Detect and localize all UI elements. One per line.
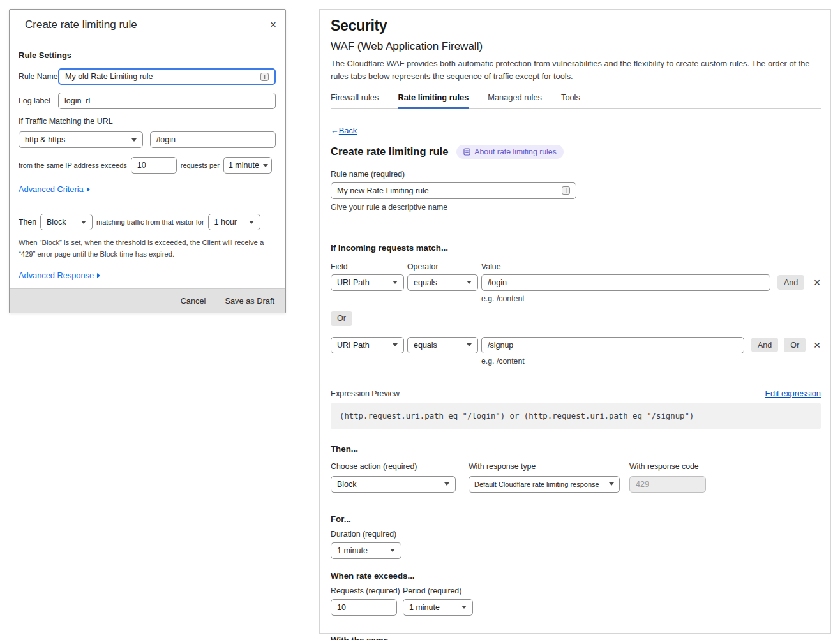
requests-value: 10: [137, 161, 146, 170]
action-value: Block: [337, 480, 357, 489]
create-rate-limiting-rule-dialog: Create rate limiting rule × Rule Setting…: [9, 9, 286, 313]
chevron-down-icon: [249, 221, 254, 224]
and-button[interactable]: And: [751, 338, 778, 352]
duration-select[interactable]: 1 minute: [331, 542, 401, 559]
value-text: /signup: [488, 341, 513, 350]
back-arrow-icon: ←: [331, 126, 339, 135]
field-select[interactable]: URI Path: [331, 337, 404, 353]
cancel-button[interactable]: Cancel: [181, 296, 206, 306]
advanced-criteria-link[interactable]: Advanced Criteria: [19, 184, 90, 194]
url-match-row: http & https /login: [19, 131, 276, 148]
field-value: URI Path: [337, 278, 370, 287]
chevron-down-icon: [81, 221, 86, 224]
for-heading: For...: [331, 514, 821, 524]
response-type-value: Default Cloudflare rate limiting respons…: [474, 480, 599, 488]
exceeds-text: from the same IP address exceeds: [19, 161, 127, 169]
response-type-select[interactable]: Default Cloudflare rate limiting respons…: [469, 476, 620, 493]
period-label: Period (required): [403, 586, 461, 595]
value-hint: e.g. /content: [481, 294, 821, 303]
chevron-down-icon: [131, 138, 137, 142]
page-title: Security: [331, 17, 821, 34]
edit-expression-link[interactable]: Edit expression: [765, 389, 821, 398]
scheme-value: http & https: [25, 135, 65, 144]
same-heading: With the same...: [331, 636, 821, 640]
operator-column-label: Operator: [407, 262, 481, 271]
expression-code: (http.request.uri.path eq "/login") or (…: [331, 403, 821, 429]
url-value: /login: [156, 135, 176, 144]
requests-value: 10: [337, 603, 346, 612]
tab-firewall-rules[interactable]: Firewall rules: [331, 93, 379, 109]
response-code-value: 429: [636, 480, 649, 489]
tab-tools[interactable]: Tools: [561, 93, 580, 109]
advanced-response-link[interactable]: Advanced Response: [19, 271, 100, 280]
period-select[interactable]: 1 minute: [223, 157, 272, 174]
rate-heading: When rate exceeds...: [331, 571, 821, 581]
rule-name-value: My new Rate Limiting rule: [337, 186, 429, 195]
rule-name-input[interactable]: My new Rate Limiting rule: [331, 182, 576, 199]
autofill-icon[interactable]: [562, 186, 570, 195]
value-input[interactable]: /signup: [481, 337, 744, 353]
arrow-right-icon: [97, 273, 100, 278]
waf-tabs: Firewall rules Rate limiting rules Manag…: [331, 93, 821, 109]
ban-duration-select[interactable]: 1 hour: [208, 214, 260, 230]
autofill-icon[interactable]: [260, 73, 269, 81]
page-description: The Cloudflare WAF provides both automat…: [331, 57, 823, 83]
rule-name-input[interactable]: My old Rate Limiting rule: [58, 68, 276, 85]
requests-label: Requests (required): [331, 586, 403, 595]
period-select[interactable]: 1 minute: [403, 599, 473, 616]
back-link[interactable]: ←Back: [331, 126, 357, 135]
or-connector-button[interactable]: Or: [331, 311, 352, 326]
back-label: Back: [339, 126, 357, 135]
advanced-response-label: Advanced Response: [19, 271, 94, 280]
value-input[interactable]: /login: [481, 274, 770, 291]
operator-select[interactable]: equals: [407, 274, 478, 291]
response-code-input: 429: [629, 476, 706, 493]
field-value: URI Path: [337, 341, 370, 350]
matching-text: matching traffic from that visitor for: [96, 218, 204, 226]
ban-duration-value: 1 hour: [214, 218, 237, 227]
value-column-label: Value: [481, 262, 501, 271]
form-title: Create rate limiting rule: [331, 145, 448, 158]
match-heading: If incoming requests match...: [331, 243, 821, 253]
about-rate-limiting-badge[interactable]: About rate limiting rules: [456, 145, 564, 159]
scheme-select[interactable]: http & https: [19, 131, 143, 148]
condition-row: URI Path equals /signup And Or ✕: [331, 337, 821, 353]
remove-condition-icon[interactable]: ✕: [813, 278, 821, 287]
response-type-label: With response type: [469, 462, 620, 471]
close-icon[interactable]: ×: [270, 19, 276, 30]
or-button[interactable]: Or: [784, 338, 806, 352]
operator-select[interactable]: equals: [407, 337, 478, 353]
tab-rate-limiting-rules[interactable]: Rate limiting rules: [398, 93, 469, 109]
requests-input[interactable]: 10: [331, 599, 397, 616]
dialog-title: Create rate limiting rule: [25, 19, 137, 31]
chevron-down-icon: [393, 281, 398, 284]
arrow-right-icon: [87, 187, 90, 192]
action-value: Block: [47, 218, 66, 227]
url-input[interactable]: /login: [150, 131, 276, 148]
dialog-body: Rule Settings Rule Name My old Rate Limi…: [10, 40, 285, 310]
period-value: 1 minute: [229, 161, 259, 170]
action-select[interactable]: Block: [40, 214, 93, 230]
rule-name-row: Rule Name My old Rate Limiting rule: [19, 68, 276, 85]
chevron-down-icon: [444, 482, 449, 486]
tab-managed-rules[interactable]: Managed rules: [488, 93, 542, 109]
field-column-label: Field: [331, 262, 407, 271]
then-label: Then: [19, 218, 36, 227]
rule-name-value: My old Rate Limiting rule: [65, 72, 153, 81]
rule-name-hint: Give your rule a descriptive name: [331, 203, 821, 212]
operator-value: equals: [414, 341, 437, 350]
response-code-label: With response code: [629, 462, 706, 471]
log-label-value: login_rl: [64, 96, 90, 105]
log-label-input[interactable]: login_rl: [58, 93, 276, 109]
and-button[interactable]: And: [777, 275, 804, 290]
action-select[interactable]: Block: [331, 476, 456, 493]
operator-value: equals: [414, 278, 437, 287]
chevron-down-icon: [609, 482, 614, 486]
choose-action-label: Choose action (required): [331, 462, 456, 471]
requests-input[interactable]: 10: [131, 157, 177, 174]
security-waf-page: Security WAF (Web Application Firewall) …: [319, 9, 831, 634]
save-as-draft-button[interactable]: Save as Draft: [225, 296, 274, 306]
remove-condition-icon[interactable]: ✕: [813, 341, 821, 350]
field-select[interactable]: URI Path: [331, 274, 404, 291]
rule-settings-heading: Rule Settings: [19, 50, 276, 60]
